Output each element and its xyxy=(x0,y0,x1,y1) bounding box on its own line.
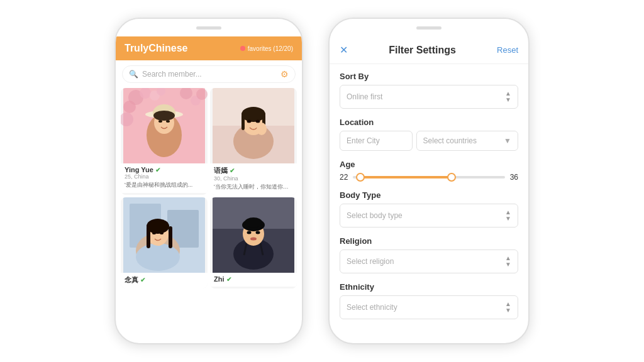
religion-select[interactable]: Select religion ▲▼ xyxy=(340,250,518,273)
city-placeholder: Enter City xyxy=(347,136,380,145)
favorites-count: favorites (12/20) xyxy=(248,45,293,52)
member-info-4: Zhi ✔ xyxy=(210,273,297,287)
verified-icon-2: ✔ xyxy=(230,167,235,174)
search-icon: 🔍 xyxy=(129,70,138,79)
svg-point-16 xyxy=(166,120,170,123)
ethnicity-arrow: ▲▼ xyxy=(505,301,511,314)
body-type-label: Body Type xyxy=(340,190,518,200)
member-photo-4 xyxy=(210,197,297,273)
svg-point-47 xyxy=(256,231,260,234)
age-label: Age xyxy=(340,160,518,169)
svg-rect-22 xyxy=(242,114,245,130)
app-header: TrulyChinese favorites (12/20) xyxy=(116,36,302,60)
phone-top-left xyxy=(116,19,302,36)
member-location-1: 25, China xyxy=(125,173,204,180)
member-photo-3 xyxy=(121,197,208,273)
sort-by-select[interactable]: Online first ▲▼ xyxy=(340,85,518,109)
country-placeholder: Select countries xyxy=(423,136,477,145)
filter-header: ✕ Filter Settings Reset xyxy=(330,36,528,64)
member-name-4: Zhi ✔ xyxy=(214,275,293,283)
verified-icon-1: ✔ xyxy=(155,167,160,173)
svg-point-15 xyxy=(158,120,162,123)
religion-label: Religion xyxy=(340,236,518,246)
svg-point-48 xyxy=(250,238,257,241)
phone-top-right xyxy=(330,19,528,36)
member-quote-1: '爱是由神秘和挑战组成的... xyxy=(125,181,204,189)
app-logo: TrulyChinese xyxy=(125,43,187,54)
member-info-2: 语嫣 ✔ 30, China '当你无法入睡时，你知道你恋爱了... xyxy=(210,163,297,195)
member-name-2: 语嫣 ✔ xyxy=(214,166,293,175)
member-info-3: 念真 ✔ xyxy=(121,273,208,288)
age-row: 22 36 xyxy=(340,173,518,182)
svg-point-3 xyxy=(123,101,136,113)
body-type-select[interactable]: Select body type ▲▼ xyxy=(340,204,518,228)
scene: TrulyChinese favorites (12/20) 🔍 Search … xyxy=(0,0,644,362)
religion-arrow: ▲▼ xyxy=(505,255,511,268)
member-name-1: Ying Yue ✔ xyxy=(125,166,204,173)
verified-icon-3: ✔ xyxy=(140,277,145,283)
filter-body: Sort By Online first ▲▼ Location Enter C… xyxy=(330,64,528,337)
religion-section: Religion Select religion ▲▼ xyxy=(340,236,518,273)
svg-point-25 xyxy=(256,120,260,123)
filter-title: Filter Settings xyxy=(389,45,456,56)
speaker-left xyxy=(196,26,221,30)
svg-rect-35 xyxy=(169,226,172,248)
age-min: 22 xyxy=(340,173,348,182)
svg-point-45 xyxy=(245,217,262,228)
location-label: Location xyxy=(340,118,518,127)
sort-by-section: Sort By Online first ▲▼ xyxy=(340,72,518,109)
member-photo-1 xyxy=(121,88,208,163)
ethnicity-label: Ethnicity xyxy=(340,282,518,292)
sort-by-arrow: ▲▼ xyxy=(505,90,511,103)
age-section: Age 22 36 xyxy=(340,160,518,182)
location-row: Enter City Select countries ▼ xyxy=(340,131,518,151)
logo-part2: Chinese xyxy=(148,43,187,53)
age-slider[interactable] xyxy=(353,176,504,178)
country-select[interactable]: Select countries ▼ xyxy=(416,131,518,151)
member-card-3[interactable]: 念真 ✔ xyxy=(121,197,208,288)
slider-thumb-left[interactable] xyxy=(356,173,365,182)
right-phone: ✕ Filter Settings Reset Sort By Online f… xyxy=(328,18,530,344)
reset-button[interactable]: Reset xyxy=(497,45,518,55)
svg-point-46 xyxy=(247,231,252,234)
speaker-right xyxy=(416,26,441,30)
verified-icon-4: ✔ xyxy=(226,276,231,283)
location-section: Location Enter City Select countries ▼ xyxy=(340,118,518,151)
svg-point-21 xyxy=(242,107,265,122)
member-photo-2 xyxy=(210,88,297,163)
member-location-2: 30, China xyxy=(214,175,293,182)
member-name-3: 念真 ✔ xyxy=(125,275,204,285)
member-info-1: Ying Yue ✔ 25, China '爱是由神秘和挑战组成的... xyxy=(121,163,208,193)
svg-point-31 xyxy=(136,243,180,271)
member-card[interactable]: Ying Yue ✔ 25, China '爱是由神秘和挑战组成的... xyxy=(121,88,208,195)
member-card-4[interactable]: Zhi ✔ xyxy=(210,197,297,288)
body-type-placeholder: Select body type xyxy=(347,211,402,220)
svg-rect-34 xyxy=(147,226,150,248)
left-phone: TrulyChinese favorites (12/20) 🔍 Search … xyxy=(114,18,303,344)
search-placeholder: Search member... xyxy=(142,70,277,79)
country-arrow: ▼ xyxy=(504,136,511,145)
member-grid: Ying Yue ✔ 25, China '爱是由神秘和挑战组成的... xyxy=(116,88,302,293)
body-type-section: Body Type Select body type ▲▼ xyxy=(340,190,518,228)
logo-part1: Truly xyxy=(125,43,148,53)
ethnicity-section: Ethnicity Select ethnicity ▲▼ xyxy=(340,282,518,319)
favorites-badge: favorites (12/20) xyxy=(240,45,293,52)
body-type-arrow: ▲▼ xyxy=(505,209,511,222)
city-input[interactable]: Enter City xyxy=(340,131,413,151)
ethnicity-placeholder: Select ethnicity xyxy=(347,303,397,312)
member-quote-2: '当你无法入睡时，你知道你恋爱了... xyxy=(214,183,293,191)
svg-point-9 xyxy=(196,89,208,100)
svg-point-26 xyxy=(257,123,267,135)
close-button[interactable]: ✕ xyxy=(340,44,348,56)
sort-by-label: Sort By xyxy=(340,72,518,81)
sort-by-value: Online first xyxy=(347,92,382,101)
slider-thumb-right[interactable] xyxy=(447,173,456,182)
filter-icon[interactable]: ⚙ xyxy=(280,69,289,79)
svg-point-37 xyxy=(160,232,164,234)
svg-point-14 xyxy=(153,111,175,121)
age-max: 36 xyxy=(510,173,518,182)
member-card-2[interactable]: 语嫣 ✔ 30, China '当你无法入睡时，你知道你恋爱了... xyxy=(210,88,297,195)
search-bar[interactable]: 🔍 Search member... ⚙ xyxy=(122,65,296,83)
religion-placeholder: Select religion xyxy=(347,257,394,266)
ethnicity-select[interactable]: Select ethnicity ▲▼ xyxy=(340,295,518,319)
